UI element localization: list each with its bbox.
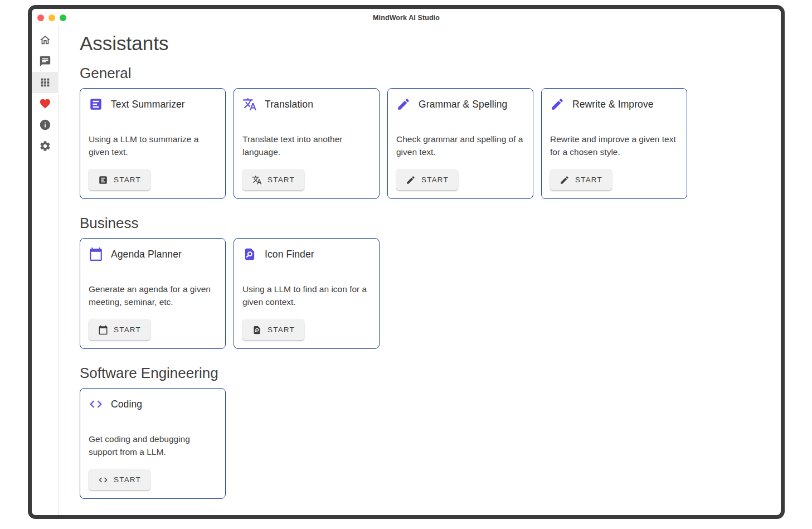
code-icon: [98, 475, 108, 485]
sidebar-item-chats[interactable]: [32, 51, 59, 72]
sidebar-item-settings[interactable]: [32, 135, 59, 157]
gear-icon: [39, 140, 51, 152]
start-button-rewrite-improve[interactable]: START: [550, 169, 612, 190]
cards-row: Agenda Planner Generate an agenda for a …: [80, 238, 781, 349]
card-header: Rewrite & Improve: [550, 97, 678, 111]
card-description: Get coding and debugging support from a …: [89, 433, 216, 458]
start-button-grammar-spelling[interactable]: START: [396, 169, 458, 190]
card-description: Translate text into another language.: [242, 133, 369, 158]
card-header: Icon Finder: [242, 247, 371, 261]
assistant-card-coding: Coding Get coding and debugging support …: [80, 388, 226, 499]
home-icon: [39, 34, 51, 46]
translate-icon: [242, 97, 257, 111]
card-title: Grammar & Spelling: [419, 99, 507, 110]
assistant-card-agenda-planner: Agenda Planner Generate an agenda for a …: [80, 238, 226, 349]
card-header: Coding: [89, 397, 217, 411]
card-header: Agenda Planner: [89, 247, 217, 261]
code-icon: [89, 397, 103, 411]
icon-search-icon: [252, 325, 262, 335]
start-button-agenda-planner[interactable]: START: [89, 319, 150, 340]
sidebar: [32, 26, 59, 515]
pencil-icon: [406, 175, 416, 185]
start-button-label: START: [114, 475, 141, 484]
sidebar-item-home[interactable]: [32, 30, 59, 51]
card-header: Translation: [242, 97, 371, 111]
pencil-icon: [550, 97, 565, 111]
app-window: MindWork AI Studio Assistants General Te…: [28, 5, 785, 519]
main-content: Assistants General Text Summarizer Using…: [59, 26, 781, 515]
pencil-icon: [560, 175, 570, 185]
sidebar-item-supporters[interactable]: [32, 93, 59, 114]
minimize-window-button[interactable]: [48, 14, 55, 21]
card-description: Check grammar and spelling of a given te…: [396, 133, 523, 158]
heart-icon: [39, 98, 51, 110]
calendar-icon: [89, 247, 103, 261]
sidebar-item-assistants[interactable]: [32, 72, 59, 93]
window-title: MindWork AI Studio: [373, 14, 440, 22]
section-heading-software-engineering: Software Engineering: [80, 363, 781, 382]
start-button-label: START: [268, 176, 295, 184]
assistant-card-rewrite-improve: Rewrite & Improve Rewrite and improve a …: [541, 88, 687, 199]
assistant-section: Business Agenda Planner Generate an agen…: [80, 213, 781, 349]
card-description: Using a LLM to find an icon for a given …: [242, 283, 369, 308]
titlebar: MindWork AI Studio: [32, 9, 781, 26]
start-button-label: START: [421, 176, 449, 184]
start-button-label: START: [268, 326, 295, 334]
card-title: Translation: [265, 99, 313, 110]
traffic-lights: [37, 9, 66, 26]
pencil-icon: [396, 97, 411, 111]
card-header: Text Summarizer: [89, 97, 217, 111]
start-button-label: START: [114, 326, 141, 334]
page-title: Assistants: [80, 31, 781, 56]
section-heading-business: Business: [80, 213, 781, 232]
card-title: Rewrite & Improve: [572, 99, 654, 110]
cards-row: Text Summarizer Using a LLM to summarize…: [80, 88, 781, 199]
assistant-section: Software Engineering Coding Get coding a…: [80, 363, 781, 499]
card-title: Coding: [111, 399, 142, 410]
card-header: Grammar & Spelling: [396, 97, 524, 111]
start-button-coding[interactable]: START: [89, 469, 150, 490]
zoom-window-button[interactable]: [60, 14, 66, 21]
start-button-label: START: [114, 176, 141, 184]
start-button-translation[interactable]: START: [242, 169, 304, 190]
assistant-card-text-summarizer: Text Summarizer Using a LLM to summarize…: [80, 88, 226, 199]
section-heading-general: General: [80, 64, 781, 82]
start-button-icon-finder[interactable]: START: [242, 319, 304, 340]
card-title: Agenda Planner: [111, 249, 182, 260]
document-icon: [98, 175, 108, 185]
translate-icon: [252, 175, 262, 185]
assistant-section: General Text Summarizer Using a LLM to s…: [80, 64, 781, 199]
sidebar-item-about[interactable]: [32, 114, 59, 135]
icon-search-icon: [242, 247, 257, 261]
document-icon: [89, 97, 103, 111]
card-description: Generate an agenda for a given meeting, …: [89, 283, 216, 308]
calendar-icon: [98, 325, 108, 335]
assistant-card-translation: Translation Translate text into another …: [234, 88, 380, 199]
close-window-button[interactable]: [37, 14, 44, 21]
chat-icon: [39, 55, 51, 67]
start-button-label: START: [575, 176, 602, 184]
assistant-card-icon-finder: Icon Finder Using a LLM to find an icon …: [234, 238, 380, 349]
card-description: Using a LLM to summarize a given text.: [89, 133, 216, 158]
sections-container: General Text Summarizer Using a LLM to s…: [80, 64, 781, 499]
start-button-text-summarizer[interactable]: START: [89, 169, 150, 190]
card-description: Rewrite and improve a given text for a c…: [550, 133, 677, 158]
card-title: Text Summarizer: [111, 99, 185, 110]
card-title: Icon Finder: [265, 249, 314, 260]
info-icon: [39, 119, 51, 131]
cards-row: Coding Get coding and debugging support …: [80, 388, 781, 499]
apps-grid-icon: [39, 76, 51, 89]
assistant-card-grammar-spelling: Grammar & Spelling Check grammar and spe…: [387, 88, 533, 199]
